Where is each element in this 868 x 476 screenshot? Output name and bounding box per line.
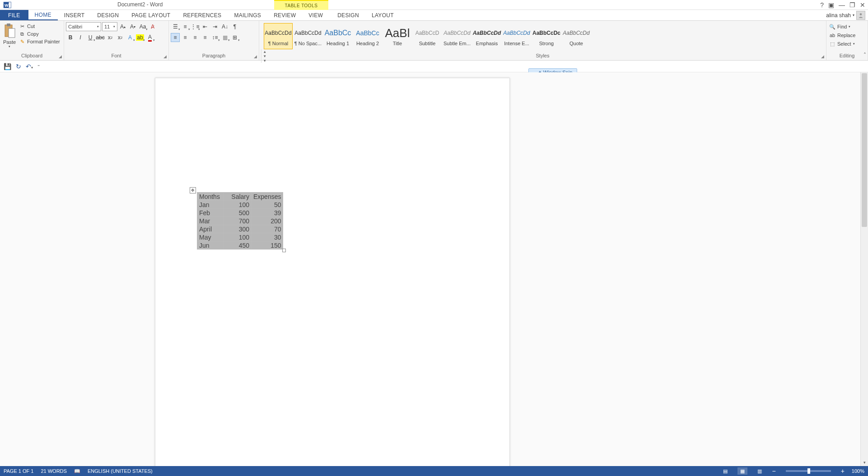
style-name-label: Title	[383, 41, 411, 46]
style--normal[interactable]: AaBbCcDd¶ Normal	[264, 23, 293, 49]
find-button[interactable]: 🔍Find ▾	[828, 23, 866, 30]
text-effects-button[interactable]: A▾	[126, 33, 135, 42]
sort-button[interactable]: A↓	[220, 22, 229, 31]
multilevel-list-button[interactable]: ⋮≡▾	[191, 22, 200, 31]
style-title[interactable]: AaBlTitle	[383, 23, 412, 49]
minimize-icon[interactable]: —	[839, 1, 845, 9]
cut-button[interactable]: ✂Cut	[19, 23, 60, 29]
subscript-button[interactable]: x2	[106, 33, 115, 42]
style-heading-2[interactable]: AaBbCcHeading 2	[353, 23, 382, 49]
group-editing: 🔍Find ▾ abReplace ⬚Select ▾ Editing	[826, 21, 868, 60]
align-right-button[interactable]: ≡	[191, 33, 200, 42]
replace-icon: ab	[829, 32, 835, 38]
style-heading-1[interactable]: AaBbCcHeading 1	[323, 23, 352, 49]
close-icon[interactable]: ✕	[860, 1, 865, 9]
styles-gallery[interactable]: AaBbCcDd¶ NormalAaBbCcDd¶ No Spac...AaBb…	[261, 22, 824, 49]
font-color-button[interactable]: A▾	[145, 33, 154, 42]
style-preview: AaBbCcDd	[563, 26, 589, 40]
style-name-label: Heading 1	[324, 41, 352, 46]
svg-text:W: W	[5, 3, 9, 7]
clipboard-launcher[interactable]: ◢	[57, 54, 63, 59]
tab-view[interactable]: VIEW	[302, 10, 329, 20]
qat-undo-icon[interactable]: ↶▾	[26, 63, 33, 70]
style-preview: AaBbCcDd	[443, 26, 470, 40]
qat-repeat-icon[interactable]: ↻	[16, 63, 21, 70]
strikethrough-button[interactable]: abc	[96, 33, 105, 42]
ribbon-display-options-icon[interactable]: ▣	[828, 1, 834, 9]
grow-font-button[interactable]: A▴	[118, 22, 127, 31]
paragraph-launcher[interactable]: ◢	[252, 54, 258, 59]
shrink-font-button[interactable]: A▾	[128, 22, 137, 31]
replace-button[interactable]: abReplace	[828, 32, 866, 39]
align-center-button[interactable]: ≡	[181, 33, 190, 42]
align-left-button[interactable]: ≡	[171, 33, 180, 42]
clear-formatting-button[interactable]: A̷	[148, 22, 157, 31]
italic-button[interactable]: I	[76, 33, 85, 42]
svg-rect-6	[9, 28, 15, 38]
tab-references[interactable]: REFERENCES	[177, 10, 228, 20]
copy-button[interactable]: ⧉Copy	[19, 31, 60, 37]
font-name-combo[interactable]: Calibri▾	[66, 22, 101, 31]
line-spacing-button[interactable]: ↕≡▾	[210, 33, 219, 42]
font-launcher[interactable]: ◢	[162, 54, 168, 59]
style-subtle-em-[interactable]: AaBbCcDdSubtle Em...	[443, 23, 471, 49]
style-emphasis[interactable]: AaBbCcDdEmphasis	[472, 23, 501, 49]
style--no-spac-[interactable]: AaBbCcDd¶ No Spac...	[294, 23, 322, 49]
change-case-button[interactable]: Aa▾	[138, 22, 147, 31]
user-name-label: alina shah	[826, 12, 851, 19]
show-hide-button[interactable]: ¶	[230, 22, 239, 31]
style-preview: AaBbCc	[325, 26, 351, 40]
tab-insert[interactable]: INSERT	[58, 10, 91, 20]
bullets-button[interactable]: ☰▾	[171, 22, 180, 31]
font-size-combo[interactable]: 11▾	[102, 22, 117, 31]
style-intense-e-[interactable]: AaBbCcDdIntense E...	[502, 23, 531, 49]
paragraph-group-label: Paragraph	[169, 53, 259, 59]
superscript-button[interactable]: x2	[116, 33, 125, 42]
select-icon: ⬚	[829, 41, 835, 47]
user-account[interactable]: alina shah ▾	[826, 10, 868, 20]
tab-table-design[interactable]: DESIGN	[331, 10, 365, 20]
format-painter-button[interactable]: ✎Format Painter	[19, 38, 60, 45]
style-strong[interactable]: AaBbCcDcStrong	[532, 23, 561, 49]
style-name-label: ¶ Normal	[264, 41, 292, 46]
style-name-label: Quote	[562, 41, 590, 46]
qat-save-icon[interactable]: 💾	[4, 63, 11, 70]
tab-mailings[interactable]: MAILINGS	[228, 10, 267, 20]
tab-design[interactable]: DESIGN	[91, 10, 125, 20]
tab-file[interactable]: FILE	[0, 10, 28, 20]
word-app-icon: W	[3, 0, 12, 9]
tab-home[interactable]: HOME	[28, 10, 58, 20]
font-group-label: Font	[64, 53, 168, 59]
window-snip-tag: ✦ Window Snip	[528, 68, 577, 72]
style-name-label: Subtitle	[413, 41, 441, 46]
underline-button[interactable]: U▾	[86, 33, 95, 42]
shading-button[interactable]: ▦▾	[220, 33, 229, 42]
borders-button[interactable]: ⊞▾	[230, 33, 239, 42]
style-quote[interactable]: AaBbCcDdQuote	[562, 23, 591, 49]
style-name-label: Emphasis	[473, 41, 501, 46]
restore-icon[interactable]: ❐	[849, 1, 855, 9]
increase-indent-button[interactable]: ⇥	[210, 22, 219, 31]
highlight-button[interactable]: ab▾	[135, 33, 145, 42]
help-icon[interactable]: ?	[820, 1, 824, 9]
group-paragraph: ☰▾ ≡▾ ⋮≡▾ ⇤ ⇥ A↓ ¶ ≡ ≡ ≡ ≡ ↕≡▾ ▦▾ ⊞▾ Par…	[169, 21, 259, 60]
bold-button[interactable]: B	[66, 33, 75, 42]
select-button[interactable]: ⬚Select ▾	[828, 40, 866, 47]
ribbon-tabs: FILE HOME INSERT DESIGN PAGE LAYOUT REFE…	[0, 10, 868, 21]
styles-launcher[interactable]: ◢	[820, 54, 825, 59]
decrease-indent-button[interactable]: ⇤	[201, 22, 210, 31]
group-font: Calibri▾ 11▾ A▴ A▾ Aa▾ A̷ B I U▾ abc x2 …	[64, 21, 169, 60]
tab-table-layout[interactable]: LAYOUT	[365, 10, 400, 20]
qat-customize-icon[interactable]: ⁼	[37, 64, 40, 69]
editing-group-label: Editing	[826, 53, 868, 59]
svg-rect-1	[9, 2, 11, 8]
tab-review[interactable]: REVIEW	[267, 10, 302, 20]
style-subtitle[interactable]: AaBbCcDSubtitle	[413, 23, 442, 49]
style-preview: AaBbCcDd	[265, 26, 291, 40]
format-painter-icon: ✎	[19, 38, 25, 45]
paste-button[interactable]: Paste ▾	[2, 22, 17, 48]
tab-page-layout[interactable]: PAGE LAYOUT	[125, 10, 177, 20]
justify-button[interactable]: ≡	[201, 33, 210, 42]
collapse-ribbon-icon[interactable]: ˄	[863, 52, 866, 58]
numbering-button[interactable]: ≡▾	[181, 22, 190, 31]
